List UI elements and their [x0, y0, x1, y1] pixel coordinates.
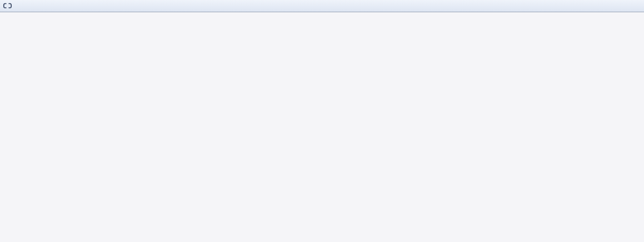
- price-chart-canvas[interactable]: [0, 0, 644, 242]
- app-window: { "header": { "title": "甲醇主连(CZCE 5294)"…: [0, 0, 644, 242]
